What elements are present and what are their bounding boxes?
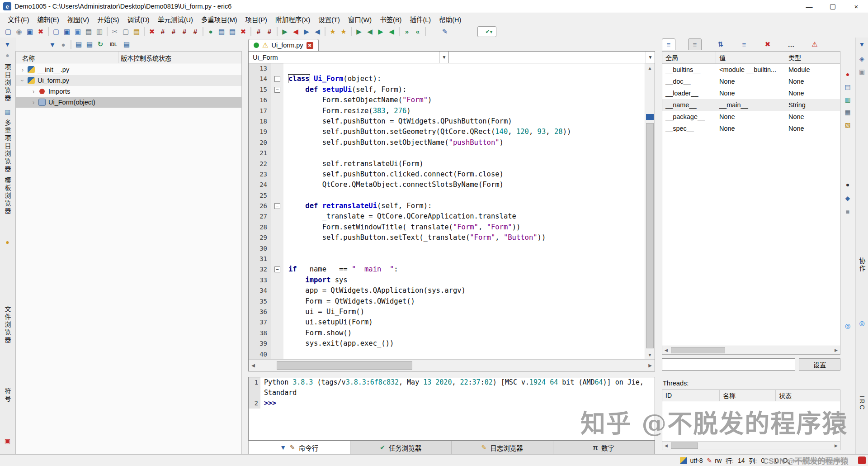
- zoom-slider-thumb[interactable]: [806, 457, 810, 464]
- line-number[interactable]: 24: [249, 180, 271, 190]
- cut-icon[interactable]: ✂: [109, 26, 120, 37]
- close-button[interactable]: ×: [844, 0, 868, 13]
- task-viewer-icon[interactable]: ▣: [857, 67, 867, 76]
- vertical-scroll-thumb[interactable]: [646, 123, 654, 348]
- fold-margin[interactable]: [271, 211, 283, 222]
- bottom-tab-log-viewer[interactable]: ✎日志浏览器: [452, 441, 553, 454]
- fold-margin[interactable]: [271, 190, 283, 201]
- scroll-right-icon[interactable]: ▶: [646, 360, 655, 371]
- line-number[interactable]: 17: [249, 106, 271, 116]
- fold-margin[interactable]: −: [271, 85, 283, 95]
- debug-filter-icon[interactable]: ▼: [857, 39, 867, 49]
- fold-marker-icon[interactable]: −: [274, 266, 280, 272]
- fold-marker-icon[interactable]: −: [274, 87, 280, 93]
- sidebar-symbols[interactable]: 符号: [3, 388, 12, 403]
- sidebar-file-browser[interactable]: 文件浏览器: [3, 306, 12, 344]
- menu-item[interactable]: 调试(D): [123, 14, 154, 24]
- fold-margin[interactable]: [271, 180, 283, 190]
- sidebar-multiproject-viewer[interactable]: 多重项目浏览器: [3, 119, 12, 173]
- breakpoint-icon[interactable]: ●: [843, 69, 853, 79]
- document-icon[interactable]: ▤: [121, 39, 132, 50]
- globals-row[interactable]: __spec__NoneNone: [662, 123, 840, 134]
- line-number[interactable]: 36: [249, 307, 271, 317]
- scroll-right-icon[interactable]: ▶: [832, 442, 840, 450]
- print-preview-icon[interactable]: ▥: [94, 26, 105, 37]
- delete-variables-icon[interactable]: ✖: [762, 39, 773, 50]
- sidebar-cooperation[interactable]: 协作: [858, 257, 867, 273]
- interrupt-icon[interactable]: ▥: [843, 95, 853, 105]
- scroll-down-icon[interactable]: ▼: [645, 350, 655, 359]
- reload-icon[interactable]: ↻: [95, 39, 106, 50]
- error-log-icon[interactable]: ▣: [3, 436, 13, 446]
- close-project-icon[interactable]: ✖: [238, 26, 249, 37]
- tree-item[interactable]: ›Imports: [16, 86, 241, 97]
- line-number[interactable]: 37: [249, 317, 271, 328]
- menu-item[interactable]: 项目(P): [241, 14, 271, 24]
- save-window-icon[interactable]: ▣: [24, 26, 35, 37]
- new-document-icon[interactable]: ▤: [73, 39, 84, 50]
- scroll-up-icon[interactable]: ▲: [645, 63, 655, 72]
- new-project-icon[interactable]: ●: [205, 26, 216, 37]
- horizontal-scroll-thumb[interactable]: [671, 442, 698, 449]
- globals-tab-icon[interactable]: ≡: [662, 38, 675, 50]
- save-file-icon[interactable]: ▣: [61, 26, 72, 37]
- line-number[interactable]: 14: [249, 74, 271, 84]
- copy-icon[interactable]: ▢: [120, 26, 131, 37]
- multiproject-icon[interactable]: ▦: [3, 107, 13, 117]
- sidebar-irc[interactable]: IRC: [859, 396, 866, 411]
- chevron-right-icon[interactable]: ›: [30, 99, 37, 106]
- column-divider[interactable]: [118, 52, 118, 63]
- project-refresh-icon[interactable]: ●: [3, 50, 13, 60]
- line-number[interactable]: 15: [249, 85, 271, 95]
- line-number[interactable]: 18: [249, 116, 271, 127]
- fold-margin[interactable]: −: [271, 201, 283, 211]
- line-number[interactable]: 30: [249, 243, 271, 254]
- sidebar-template-viewer[interactable]: 模板浏览器: [3, 177, 12, 215]
- exceptions-icon[interactable]: ⚠: [809, 39, 820, 50]
- more-options-icon[interactable]: …: [786, 39, 797, 50]
- menu-item[interactable]: 开始(S): [93, 14, 123, 24]
- fold-marker-icon[interactable]: −: [274, 203, 280, 209]
- bottom-tab-shell[interactable]: ▼✎命令行: [249, 441, 350, 454]
- disassembly-icon[interactable]: ■: [843, 207, 853, 217]
- globals-row[interactable]: __builtins__<module __builtin...Module: [662, 64, 840, 76]
- sidebar-project-viewer[interactable]: 项目浏览器: [3, 64, 12, 102]
- quit-icon[interactable]: ✖: [35, 26, 46, 37]
- thread-list-icon[interactable]: ▧: [843, 120, 853, 130]
- filter-variables-icon[interactable]: ⇅: [715, 39, 726, 50]
- project-filter-icon[interactable]: ▼: [3, 39, 13, 49]
- chevron-down-icon[interactable]: ›: [19, 77, 26, 84]
- scroll-left-icon[interactable]: ◀: [662, 346, 670, 354]
- globals-row[interactable]: __doc__NoneNone: [662, 76, 840, 87]
- fold-margin[interactable]: [271, 222, 283, 233]
- debug-step-icon[interactable]: ▶: [301, 26, 312, 37]
- viewmanager-filter-icon[interactable]: ▼: [47, 39, 58, 50]
- help-icon[interactable]: ◎: [843, 321, 853, 331]
- menu-item[interactable]: 编辑(E): [33, 14, 63, 24]
- fold-margin[interactable]: [271, 296, 283, 307]
- fold-margin[interactable]: [271, 254, 283, 264]
- spell-check-icon[interactable]: ✎: [439, 26, 450, 37]
- bookmark-toggle-icon[interactable]: #: [157, 26, 168, 37]
- debug-viewer-icon[interactable]: ◈: [857, 54, 867, 64]
- line-number[interactable]: 34: [249, 285, 271, 296]
- bottom-tab-task-viewer[interactable]: ✔任务浏览器: [350, 441, 452, 454]
- exception-filter-icon[interactable]: ◆: [843, 193, 853, 203]
- open-document-icon[interactable]: ▤: [84, 39, 95, 50]
- code-editor[interactable]: 1314−class Ui_Form(object):15− def setup…: [249, 63, 645, 359]
- threads-horizontal-scrollbar[interactable]: ◀ ▶: [662, 441, 840, 450]
- chevron-down-icon[interactable]: ▼: [646, 52, 655, 63]
- editor-horizontal-scrollbar[interactable]: ◀ ▶: [249, 359, 655, 371]
- fold-margin[interactable]: [271, 169, 283, 180]
- class-combobox[interactable]: Ui_Form ▼: [249, 52, 449, 63]
- variables-filter-input[interactable]: [662, 358, 795, 371]
- menu-item[interactable]: 单元测试(U): [154, 14, 197, 24]
- fold-margin[interactable]: [271, 127, 283, 137]
- unittest-restart-icon[interactable]: ★: [338, 26, 349, 37]
- call-stack-icon[interactable]: ▦: [843, 107, 853, 117]
- line-number[interactable]: 31: [249, 254, 271, 264]
- menu-item[interactable]: 插件(L): [406, 14, 435, 24]
- line-number[interactable]: 40: [249, 349, 271, 359]
- line-number[interactable]: 13: [249, 63, 271, 74]
- run-project-icon[interactable]: ◀: [364, 26, 375, 37]
